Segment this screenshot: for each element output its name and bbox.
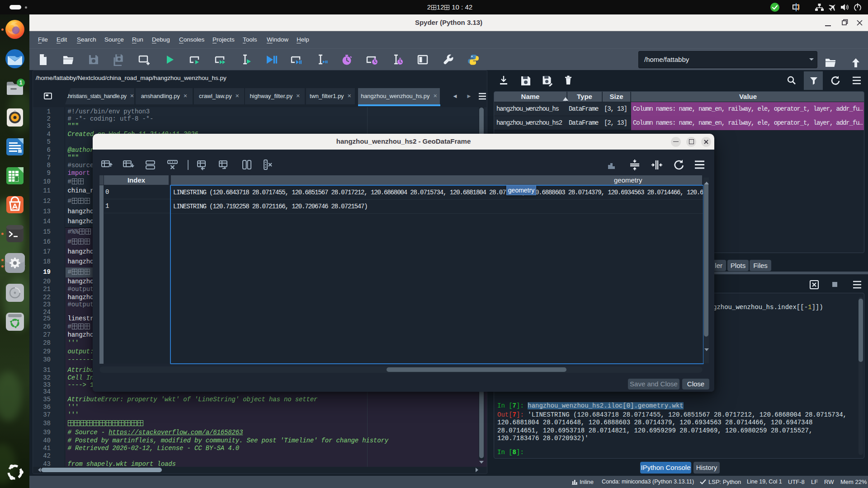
svg-text:1: 1	[19, 80, 23, 86]
